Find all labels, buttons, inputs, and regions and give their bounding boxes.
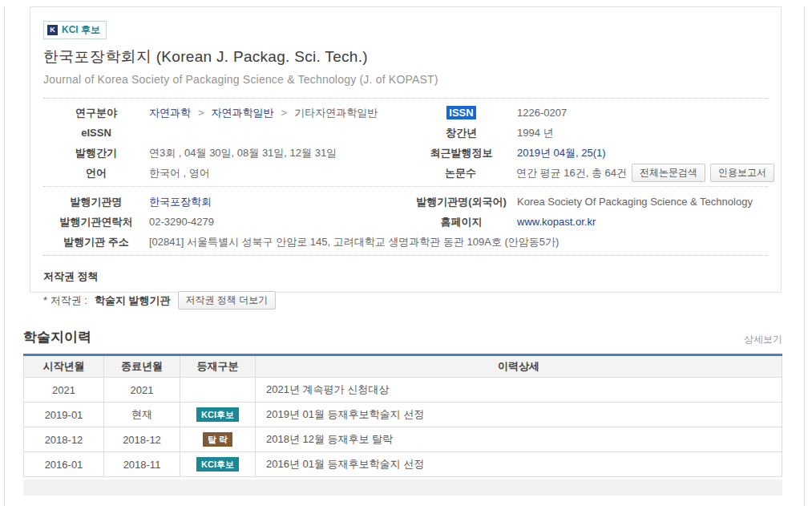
journal-subtitle: Journal of Korea Society of Packaging Sc… [43, 73, 768, 86]
table-row: 2018-12 2018-12 탈 락 2018년 12월 등재후보 탈락 [24, 427, 782, 452]
copyright-owner: 학술지 발행기관 [95, 293, 171, 308]
history-end: 2018-12 [104, 427, 180, 452]
founded-year-value: 1994 년 [517, 126, 768, 140]
publisher-contact-value: 02-3290-4279 [149, 216, 406, 228]
homepage-link[interactable]: www.kopast.or.kr [517, 216, 596, 228]
history-heading: 학술지이력 [23, 328, 91, 346]
history-table: 시작년월 종료년월 등재구분 이력상세 2021 2021 2021년 계속평가… [23, 354, 782, 477]
history-category: KCI후보 [180, 452, 256, 477]
history-start: 2018-12 [24, 427, 104, 452]
publisher-contact-label: 발행기관연락처 [43, 215, 149, 229]
copyright-prefix: * 저작권 : [43, 293, 87, 308]
publisher-grid: 발행기관명 한국포장학회 발행기관명(외국어) Korea Society Of… [43, 186, 768, 256]
copyright-policy-more-button[interactable]: 저작권 정책 더보기 [178, 291, 277, 310]
history-detail-link[interactable]: 상세보기 [744, 333, 782, 346]
breadcrumb-separator: > [279, 107, 290, 119]
homepage-label: 홈페이지 [406, 215, 517, 229]
col-start-month: 시작년월 [24, 355, 104, 378]
history-detail: 2021년 계속평가 신청대상 [256, 378, 782, 403]
history-end: 현재 [104, 403, 180, 427]
publisher-link[interactable]: 한국포장학회 [149, 195, 212, 209]
founded-year-label: 창간년 [406, 126, 517, 140]
history-end: 2018-11 [104, 452, 180, 477]
pub-frequency-label: 발행간기 [43, 146, 149, 160]
research-field-label: 연구분야 [43, 106, 149, 120]
table-row: 2019-01 현재 KCI후보 2019년 01월 등재후보학술지 선정 [24, 403, 782, 427]
history-start: 2019-01 [24, 403, 104, 427]
kci-candidate-badge: KCI후보 [196, 407, 239, 422]
publisher-label: 발행기관명 [43, 195, 149, 209]
research-field-link-1[interactable]: 자연과학 [149, 106, 191, 120]
history-category [180, 378, 256, 403]
history-header-row: 시작년월 종료년월 등재구분 이력상세 [24, 355, 782, 378]
history-detail: 2018년 12월 등재후보 탈락 [256, 427, 782, 452]
info-row: 언어 한국어 , 영어 논문수 연간 평균 16건, 총 64건 전체논문검색 … [43, 163, 768, 183]
history-start: 2016-01 [24, 452, 104, 477]
copyright-section: 저작권 정책 * 저작권 : 학술지 발행기관 저작권 정책 더보기 [43, 269, 768, 310]
table-row: 2016-01 2018-11 KCI후보 2016년 01월 등재후보학술지 … [24, 452, 782, 477]
latest-issue-link[interactable]: 2019년 04월, 25(1) [517, 146, 606, 160]
col-detail: 이력상세 [256, 355, 782, 378]
kci-candidate-tag-label: KCI 후보 [62, 23, 100, 37]
table-row: 2021 2021 2021년 계속평가 신청대상 [24, 378, 782, 403]
col-category: 등재구분 [180, 355, 256, 378]
col-end-month: 종료년월 [104, 355, 180, 378]
research-field-tail: 기타자연과학일반 [294, 106, 378, 120]
language-label: 언어 [43, 166, 149, 180]
history-end: 2021 [104, 378, 180, 403]
eissn-label: eISSN [43, 127, 149, 139]
journal-title: 한국포장학회지 (Korean J. Packag. Sci. Tech.) [43, 47, 768, 67]
kci-candidate-badge: KCI후보 [196, 457, 239, 472]
footer-strip [23, 480, 782, 496]
kci-candidate-tag: K KCI 후보 [43, 21, 107, 39]
history-category: 탈 락 [180, 427, 256, 452]
history-category: KCI후보 [180, 403, 256, 427]
kci-logo-icon: K [47, 25, 58, 35]
journal-history-section: 학술지이력 상세보기 시작년월 종료년월 등재구분 이력상세 2021 2021 [23, 328, 782, 496]
history-detail: 2019년 01월 등재후보학술지 선정 [256, 403, 782, 427]
latest-issue-label: 최근발행정보 [406, 146, 517, 160]
research-field-link-2[interactable]: 자연과학일반 [212, 106, 274, 120]
info-row: 발행간기 연3회 , 04월 30일, 08월 31일, 12월 31일 최근발… [43, 143, 768, 163]
search-all-articles-button[interactable]: 전체논문검색 [632, 164, 705, 182]
pub-frequency-value: 연3회 , 04월 30일, 08월 31일, 12월 31일 [149, 146, 406, 160]
issn-label-highlighted: ISSN [446, 106, 475, 119]
article-count-value: 연간 평균 16건, 총 64건 [516, 166, 627, 180]
page-container: K KCI 후보 한국포장학회지 (Korean J. Packag. Sci.… [4, 6, 805, 506]
publisher-address-label: 발행기관 주소 [43, 235, 149, 249]
journal-meta-grid: 연구분야 자연과학 > 자연과학일반 > 기타자연과학일반 ISSN 1226-… [43, 98, 768, 183]
publisher-foreign-value: Korea Society Of Packaging Science & Tec… [517, 196, 768, 208]
breadcrumb-separator: > [196, 107, 207, 119]
info-row: 연구분야 자연과학 > 자연과학일반 > 기타자연과학일반 ISSN 1226-… [43, 103, 768, 123]
history-start: 2021 [24, 378, 104, 403]
history-detail: 2016년 01월 등재후보학술지 선정 [256, 452, 782, 477]
language-value: 한국어 , 영어 [149, 166, 405, 180]
publisher-address-value: [02841] 서울특별시 성북구 안암로 145, 고려대학교 생명과학관 동… [149, 235, 768, 249]
journal-info-card: K KCI 후보 한국포장학회지 (Korean J. Packag. Sci.… [30, 6, 782, 293]
publisher-foreign-label: 발행기관명(외국어) [406, 195, 517, 209]
issn-value: 1226-0207 [517, 107, 768, 119]
info-row: eISSN 창간년 1994 년 [43, 123, 768, 143]
info-row: 발행기관명 한국포장학회 발행기관명(외국어) Korea Society Of… [43, 192, 768, 212]
citation-report-button[interactable]: 인용보고서 [710, 164, 774, 182]
dropped-badge: 탈 락 [203, 432, 232, 447]
info-row: 발행기관 주소 [02841] 서울특별시 성북구 안암로 145, 고려대학교… [43, 232, 768, 252]
copyright-heading: 저작권 정책 [43, 269, 768, 284]
article-count-label: 논문수 [405, 166, 516, 180]
info-row: 발행기관연락처 02-3290-4279 홈페이지 www.kopast.or.… [43, 212, 768, 232]
